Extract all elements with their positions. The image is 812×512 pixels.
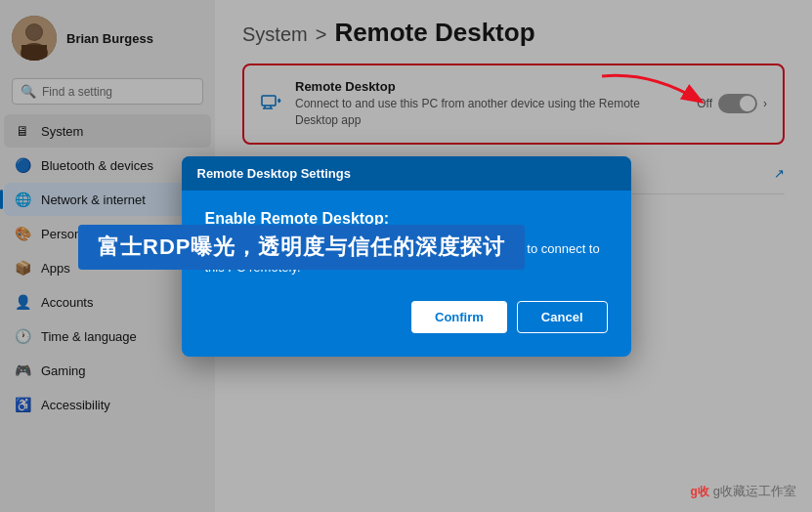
dialog-buttons: Confirm Cancel (205, 301, 608, 333)
confirm-button[interactable]: Confirm (411, 301, 507, 333)
dialog-box: Remote Desktop Settings Enable Remote De… (182, 156, 631, 357)
dialog-backdrop: Remote Desktop Settings Enable Remote De… (0, 0, 812, 512)
dialog-heading: Enable Remote Desktop: (205, 210, 608, 228)
dialog-body: Enable Remote Desktop: You and users sel… (182, 191, 631, 357)
dialog-text: You and users selected under User accoun… (205, 239, 608, 277)
cancel-button[interactable]: Cancel (517, 301, 608, 333)
dialog-title-bar: Remote Desktop Settings (182, 156, 631, 191)
